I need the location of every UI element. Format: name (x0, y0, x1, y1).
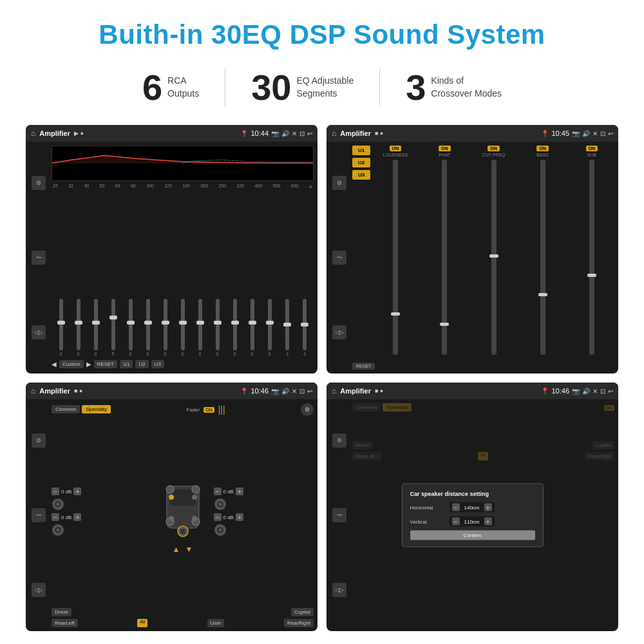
eq-slider-14: -1 (279, 299, 295, 356)
rr-plus[interactable]: + (236, 513, 243, 521)
fr-minus[interactable]: − (214, 488, 222, 495)
loudness-header: ON LOUDNESS (383, 146, 408, 157)
user-btn[interactable]: User (207, 619, 225, 627)
rl-minus[interactable]: − (52, 513, 59, 521)
confirm-button[interactable]: Confirm (410, 531, 535, 540)
screen-eq-icons: 📍 10:44 📷 🔊 ✕ ⊡ ↩ (240, 129, 312, 137)
horizontal-row: Horizontal − 140cm + (410, 502, 535, 513)
phat-slider[interactable] (442, 160, 447, 355)
screen-amp-header: ⌂ Amplifier ■ ● 📍 10:45 📷 🔊 ✕ ⊡ ↩ (327, 125, 618, 142)
amp-sidebar-icon-1[interactable]: ⚙ (332, 176, 346, 190)
camera-icon-3: 📷 (271, 388, 279, 395)
camera-icon: 📷 (271, 130, 279, 137)
up-arrow[interactable]: ▲ (173, 545, 180, 554)
driver-btn[interactable]: Driver (52, 608, 71, 616)
loudness-slider[interactable] (393, 160, 398, 355)
screen-eq-time: 10:44 (251, 129, 269, 137)
amp-reset-btn[interactable]: RESET (352, 363, 375, 370)
rl-value: 0 dB (61, 515, 71, 520)
sub-on[interactable]: ON (586, 146, 598, 151)
speaker-sidebar-icon-2[interactable]: 〜 (32, 508, 46, 522)
eq-next-btn[interactable]: ▶ (86, 361, 91, 368)
cutfreq-slider[interactable] (491, 160, 497, 355)
rear-buttons: RearLeft All User RearRight (52, 619, 314, 627)
cutfreq-on[interactable]: ON (488, 146, 500, 151)
eq-sidebar-icon-1[interactable]: ⚙ (32, 176, 46, 190)
home-icon-2: ⌂ (332, 129, 336, 138)
amp-sidebar: ⚙ 〜 ◁▷ (330, 146, 348, 370)
amp-sidebar-icon-3[interactable]: ◁▷ (332, 325, 346, 339)
dist-specialty-tab: Specialty (383, 403, 411, 412)
screen-eq: ⌂ Amplifier ▶ ● 📍 10:44 📷 🔊 ✕ ⊡ ↩ ⚙ 〜 ◁▷ (26, 125, 317, 374)
rr-minus[interactable]: − (214, 513, 222, 521)
distance-sidebar-icon-2[interactable]: 〜 (332, 508, 346, 522)
speaker-sidebar-icon-3[interactable]: ◁▷ (32, 583, 46, 597)
fr-plus[interactable]: + (236, 488, 243, 495)
volume-icon-2: 🔊 (582, 130, 590, 137)
specialty-tab[interactable]: Specialty (82, 405, 110, 413)
all-btn[interactable]: All (137, 619, 147, 627)
amp-cutfreq: ON CUT FREQ (471, 146, 516, 355)
bass-on[interactable]: ON (536, 146, 549, 151)
main-title: Buith-in 30EQ DSP Sound System (26, 19, 618, 50)
copilot-btn[interactable]: Copilot (291, 608, 314, 616)
fader-toggle[interactable]: ON (204, 407, 214, 413)
fl-minus[interactable]: − (52, 488, 59, 495)
eq-sliders: 0 0 0 5 0 0 0 0 0 0 0 0 0 -1 -1 (52, 193, 314, 356)
fl-plus[interactable]: + (73, 488, 81, 495)
page: Buith-in 30EQ DSP Sound System 6 RCAOutp… (0, 0, 644, 644)
stat-eq-number: 30 (251, 70, 291, 106)
vertical-row: Vertical − 110cm + (410, 516, 535, 527)
sub-thumb (587, 274, 596, 277)
horizontal-plus[interactable]: + (484, 504, 492, 511)
eq-prev-btn[interactable]: ◀ (52, 361, 57, 368)
eq-sidebar-icon-3[interactable]: ◁▷ (32, 325, 46, 339)
eq-u2-btn[interactable]: U2 (135, 360, 148, 368)
window-icon: ⊡ (299, 130, 305, 137)
loudness-on[interactable]: ON (390, 146, 402, 151)
rearleft-btn[interactable]: RearLeft (52, 619, 78, 627)
fader-slider[interactable]: ||| (218, 404, 225, 415)
eq-custom-btn[interactable]: Custom (59, 360, 84, 368)
distance-sidebar-icon-1[interactable]: ⚙ (332, 433, 346, 448)
rearright-btn[interactable]: RearRight (284, 619, 314, 627)
svg-point-10 (166, 486, 174, 493)
speaker-tabs: Common Specialty (52, 405, 111, 413)
down-arrow[interactable]: ▼ (185, 545, 193, 554)
bass-slider[interactable] (540, 160, 545, 355)
close-icon-2: ✕ (592, 130, 598, 137)
db-control-fl: − 0 dB + (52, 488, 152, 495)
stat-eq-label: EQ AdjustableSegments (296, 70, 354, 100)
common-tab[interactable]: Common (52, 405, 80, 413)
eq-u1-btn[interactable]: U1 (120, 360, 133, 368)
phat-header: ON PHAT (439, 146, 451, 157)
screen-distance-time: 10:46 (551, 387, 569, 395)
phat-on[interactable]: ON (439, 146, 451, 151)
sub-slider[interactable] (589, 160, 594, 355)
eq-slider-9: 0 (192, 299, 208, 356)
screen-distance: ⌂ Amplifier ■ ● 📍 10:46 📷 🔊 ✕ ⊡ ↩ ⚙ 〜 ◁▷ (327, 383, 618, 631)
u3-button[interactable]: U3 (352, 170, 370, 180)
eq-graph (52, 146, 314, 181)
eq-reset-btn[interactable]: RESET (94, 360, 118, 368)
distance-sidebar-icon-3[interactable]: ◁▷ (332, 583, 346, 597)
svg-point-16 (169, 516, 174, 521)
amp-sidebar-icon-2[interactable]: 〜 (332, 251, 346, 265)
eq-sidebar-icon-2[interactable]: 〜 (32, 251, 46, 265)
fl-value: 0 dB (61, 489, 71, 495)
db-control-fr: − 0 dB + (214, 488, 314, 495)
screen-amp: ⌂ Amplifier ■ ● 📍 10:45 📷 🔊 ✕ ⊡ ↩ ⚙ 〜 ◁▷ (327, 125, 618, 374)
speaker-sidebar-icon-1[interactable]: ⚙ (32, 433, 46, 448)
horizontal-minus[interactable]: − (452, 504, 460, 511)
settings-icon[interactable]: ⚙ (301, 403, 314, 416)
vertical-minus[interactable]: − (452, 518, 460, 526)
u1-button[interactable]: U1 (352, 146, 370, 155)
eq-u3-btn[interactable]: U3 (151, 360, 164, 368)
u2-button[interactable]: U2 (352, 158, 370, 167)
dist-common-tab: Common (352, 403, 381, 412)
speaker-left-controls: − 0 dB + (52, 488, 152, 536)
amp-phat: ON PHAT (422, 146, 467, 355)
position-buttons: Driver Copilot (52, 608, 314, 616)
vertical-plus[interactable]: + (484, 518, 492, 526)
rl-plus[interactable]: + (73, 513, 81, 521)
